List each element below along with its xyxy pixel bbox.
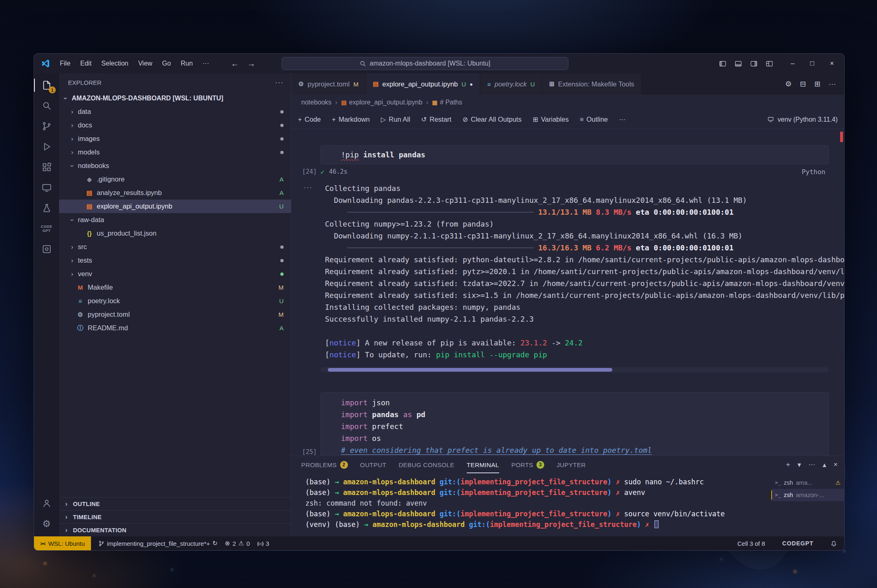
add-markdown-cell-button[interactable]: +Markdown: [332, 116, 370, 123]
folder-venv[interactable]: ›venv: [59, 267, 291, 281]
run-debug-icon[interactable]: [34, 136, 59, 157]
scrollbar-thumb[interactable]: [328, 368, 612, 372]
codegpt-icon[interactable]: CODEGPT: [34, 218, 59, 239]
minimize-button[interactable]: –: [783, 54, 802, 73]
run-all-button[interactable]: ▷Run All: [381, 116, 410, 123]
toggle-panel-icon[interactable]: [730, 60, 746, 68]
sync-icon[interactable]: ↻: [212, 540, 218, 547]
maximize-panel-button[interactable]: ▴: [823, 461, 827, 469]
breadcrumb-item-explore-api-output-ipynb[interactable]: ▤explore_api_output.ipynb: [341, 99, 423, 106]
toggle-secondary-sidebar-icon[interactable]: [746, 60, 761, 68]
more-actions-icon[interactable]: ···: [829, 80, 836, 89]
panel-tab-debug-console[interactable]: DEBUG CONSOLE: [399, 456, 454, 473]
file-explore-api-output-ipynb[interactable]: ▤explore_api_output.ipynbU: [59, 200, 291, 213]
file-analyze-results-ipynb[interactable]: ▤analyze_results.ipynbA: [59, 186, 291, 200]
file-us-product-list-json[interactable]: {}us_product_list.json: [59, 227, 291, 240]
folder-docs[interactable]: ›docs: [59, 118, 291, 132]
variables-button[interactable]: ⊞Variables: [533, 116, 569, 123]
section-documentation[interactable]: ›DOCUMENTATION: [59, 523, 291, 536]
toggle-primary-sidebar-icon[interactable]: [715, 60, 730, 68]
maximize-button[interactable]: □: [802, 54, 822, 73]
command-center-search[interactable]: amazon-mlops-dashboard [WSL: Ubuntu]: [282, 57, 568, 70]
close-panel-button[interactable]: ×: [834, 461, 838, 469]
terminal-profile-dropdown[interactable]: ▾: [797, 461, 801, 469]
codegpt-status[interactable]: CODEGPT: [782, 540, 813, 547]
clear-outputs-button[interactable]: ⊘Clear All Outputs: [462, 116, 521, 123]
explorer-icon[interactable]: 1: [34, 75, 59, 95]
codegpt-settings-icon[interactable]: [34, 239, 59, 259]
split-editor-icon[interactable]: ⊞: [814, 79, 820, 89]
folder-raw-data[interactable]: ›raw-data: [59, 213, 291, 227]
folder-models[interactable]: ›models: [59, 145, 291, 159]
search-icon[interactable]: [34, 95, 59, 116]
dirty-dot-icon[interactable]: ●: [470, 81, 473, 87]
panel-tab-terminal[interactable]: TERMINAL: [467, 456, 499, 473]
account-icon[interactable]: [34, 493, 59, 513]
close-button[interactable]: ×: [822, 54, 842, 73]
tab-explore-api-output-ipynb[interactable]: ▤explore_api_output.ipynbU●: [366, 73, 480, 95]
forwarded-ports-status[interactable]: 3: [257, 540, 269, 547]
breadcrumb-item-paths[interactable]: ▦# Paths: [432, 99, 462, 106]
terminal-instance-zsh-amazon[interactable]: >_zshamazon-...: [771, 489, 844, 501]
menu-run[interactable]: Run: [176, 58, 197, 69]
menu-item[interactable]: ···: [198, 58, 214, 69]
file-pyproject-toml[interactable]: ⚙pyproject.tomlM: [59, 308, 291, 321]
extensions-icon[interactable]: [34, 157, 59, 177]
restart-kernel-button[interactable]: ↺Restart: [421, 116, 452, 123]
settings-gear-icon[interactable]: ⚙: [34, 513, 59, 534]
menu-file[interactable]: File: [55, 58, 75, 69]
outline-button[interactable]: ≡Outline: [580, 116, 608, 123]
folder-data[interactable]: ›data: [59, 105, 291, 118]
forward-icon[interactable]: →: [247, 59, 255, 68]
panel-tab-jupyter[interactable]: JUPYTER: [557, 456, 586, 473]
git-branch-status[interactable]: implementing_project_file_structure*+ ↻: [98, 540, 218, 547]
folder-src[interactable]: ›src: [59, 240, 291, 254]
back-icon[interactable]: ←: [231, 59, 239, 68]
file-readme-md[interactable]: ⓘREADME.mdA: [59, 321, 291, 335]
cell-indicator[interactable]: Cell 3 of 8: [737, 540, 765, 547]
notifications-bell-icon[interactable]: [831, 540, 837, 547]
folder-tests[interactable]: ›tests: [59, 254, 291, 267]
cell-code-editor[interactable]: !pip install pandas: [320, 145, 829, 164]
tab-pyproject-toml[interactable]: ⚙pyproject.tomlM: [291, 73, 366, 95]
output-horizontal-scrollbar[interactable]: [320, 367, 829, 372]
section-timeline[interactable]: ›TIMELINE: [59, 510, 291, 523]
panel-more-actions-button[interactable]: ···: [809, 461, 816, 469]
breadcrumb-item-notebooks[interactable]: notebooks: [301, 99, 332, 106]
workspace-root-row[interactable]: › AMAZON-MLOPS-DASHBOARD [WSL: UBUNTU]: [59, 91, 291, 105]
terminal-output[interactable]: (base) → amazon-mlops-dashboard git:(imp…: [291, 473, 771, 536]
explorer-more-actions-icon[interactable]: ···: [275, 78, 284, 87]
output-more-actions-icon[interactable]: ···: [304, 182, 312, 193]
source-control-icon[interactable]: [34, 116, 59, 136]
menu-view[interactable]: View: [134, 58, 157, 69]
remote-explorer-icon[interactable]: [34, 177, 59, 198]
menu-edit[interactable]: Edit: [76, 58, 96, 69]
cell-code-editor[interactable]: import jsonimport pandas as pdimport pre…: [320, 392, 829, 456]
folder-notebooks[interactable]: ›notebooks: [59, 159, 291, 173]
add-code-cell-button[interactable]: +Code: [298, 116, 321, 123]
terminal-instance-zsh-ama[interactable]: >_zshama...⚠: [771, 477, 844, 489]
new-terminal-button[interactable]: +: [786, 461, 790, 469]
notebook-settings-icon[interactable]: ⚙: [785, 79, 792, 89]
tab-extension-makefile-tools[interactable]: ⊞Extension: Makefile Tools: [542, 73, 641, 95]
menu-go[interactable]: Go: [158, 58, 175, 69]
panel-tab-output[interactable]: OUTPUT: [360, 456, 386, 473]
menu-selection[interactable]: Selection: [97, 58, 133, 69]
problems-status[interactable]: ⊗ 2 ⚠ 0: [225, 540, 250, 547]
panel-tab-ports[interactable]: PORTS3: [511, 456, 544, 473]
file-makefile[interactable]: MMakefileM: [59, 281, 291, 294]
panel-tab-problems[interactable]: PROBLEMS2: [301, 456, 348, 473]
cell-language[interactable]: Python: [802, 168, 844, 176]
customize-layout-icon[interactable]: [761, 60, 777, 68]
section-outline[interactable]: ›OUTLINE: [59, 497, 291, 510]
testing-icon[interactable]: [34, 198, 59, 218]
layout-icon[interactable]: ⊟: [800, 79, 806, 89]
more-notebook-actions-button[interactable]: ···: [619, 116, 625, 123]
file-gitignore[interactable]: ◆.gitignoreA: [59, 173, 291, 186]
kernel-picker[interactable]: venv (Python 3.11.4): [767, 116, 838, 123]
file-poetry-lock[interactable]: ≡poetry.lockU: [59, 294, 291, 308]
remote-indicator[interactable]: >< WSL: Ubuntu: [34, 536, 91, 550]
breadcrumb-separator-icon: ›: [335, 98, 338, 107]
tab-poetry-lock[interactable]: ≡poetry.lockU: [480, 73, 542, 95]
folder-images[interactable]: ›images: [59, 132, 291, 145]
